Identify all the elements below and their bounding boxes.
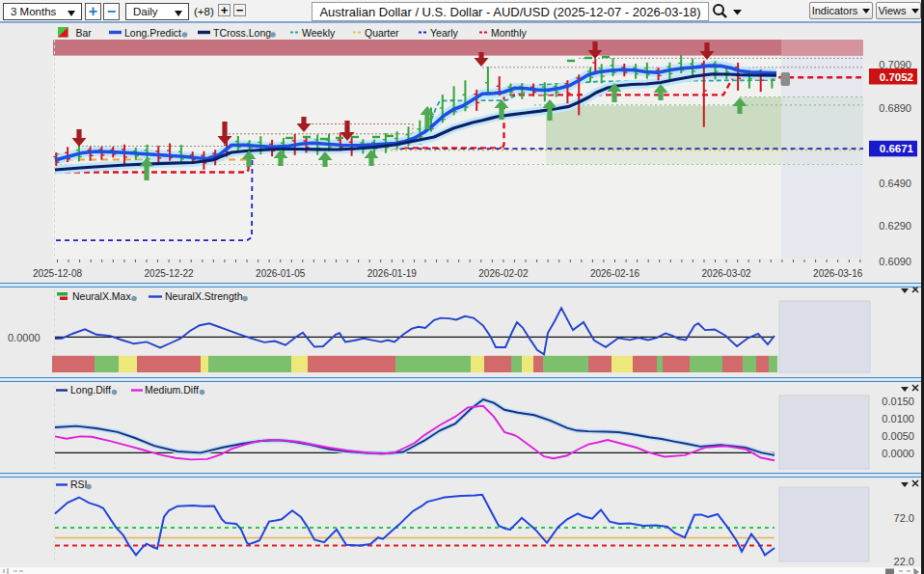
svg-text:Monthly: Monthly	[491, 27, 528, 39]
svg-text:Yearly: Yearly	[430, 27, 459, 39]
svg-text:Long.Diff: Long.Diff	[70, 384, 111, 396]
svg-text:NeuralX.Max: NeuralX.Max	[72, 290, 131, 302]
svg-text:TCross.Long: TCross.Long	[213, 27, 271, 39]
svg-text:0.0000: 0.0000	[8, 332, 41, 343]
svg-text:RSI: RSI	[70, 478, 88, 490]
svg-text:NeuralX.Strength: NeuralX.Strength	[165, 290, 243, 302]
svg-text:Weekly: Weekly	[302, 27, 336, 39]
svg-text:0.6490: 0.6490	[879, 178, 911, 189]
svg-text:2026-02-02: 2026-02-02	[478, 268, 529, 279]
svg-text:0.6290: 0.6290	[879, 220, 911, 232]
svg-text:0.0150: 0.0150	[882, 396, 914, 407]
svg-text:0.6090: 0.6090	[879, 256, 911, 267]
svg-text:0.6890: 0.6890	[879, 102, 911, 114]
svg-text:0.0050: 0.0050	[882, 430, 914, 442]
svg-text:2026-01-05: 2026-01-05	[256, 268, 306, 279]
svg-text:72.0: 72.0	[894, 512, 914, 524]
svg-text:2025-12-08: 2025-12-08	[33, 268, 83, 279]
svg-text:Medium.Diff: Medium.Diff	[145, 384, 199, 396]
svg-text:2026-03-02: 2026-03-02	[702, 268, 752, 279]
svg-text:0.7052: 0.7052	[880, 71, 913, 83]
svg-text:Bar: Bar	[76, 27, 93, 39]
svg-text:Long.Predict: Long.Predict	[124, 27, 181, 39]
svg-text:Quarter: Quarter	[365, 27, 399, 39]
svg-text:0.6671: 0.6671	[880, 143, 914, 154]
svg-text:2026-01-19: 2026-01-19	[367, 268, 418, 279]
svg-text:2026-02-16: 2026-02-16	[590, 268, 640, 279]
svg-text:22.0: 22.0	[894, 556, 914, 567]
svg-text:2026-03-16: 2026-03-16	[813, 268, 863, 279]
svg-text:0.0000: 0.0000	[882, 448, 914, 459]
svg-text:0.0100: 0.0100	[882, 413, 914, 424]
svg-text:2025-12-22: 2025-12-22	[145, 268, 195, 279]
